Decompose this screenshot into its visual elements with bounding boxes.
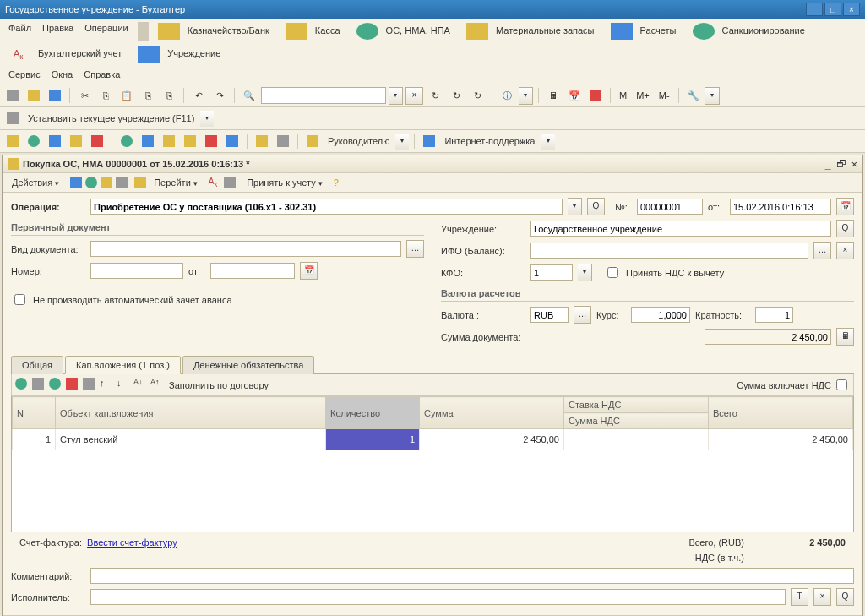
cell-object[interactable]: Стул венский <box>56 429 326 450</box>
menu-operations[interactable]: Операции <box>79 20 133 42</box>
search-input[interactable] <box>261 87 386 104</box>
menu-institution[interactable]: Учреждение <box>133 43 231 65</box>
executor-t[interactable]: T <box>791 588 808 606</box>
grid-b5[interactable] <box>83 378 98 393</box>
close-button[interactable]: × <box>843 3 860 16</box>
manager-icon[interactable] <box>303 132 322 150</box>
menu-treasury[interactable]: Казначейство/Банк <box>153 20 280 42</box>
menu-help[interactable]: Справка <box>79 67 125 82</box>
executor-clear[interactable]: × <box>813 588 831 606</box>
mminus-button[interactable]: M- <box>656 90 673 101</box>
tb3-b8[interactable] <box>160 132 178 150</box>
nds-checkbox[interactable] <box>607 267 618 278</box>
operation-input[interactable] <box>90 199 563 215</box>
cell-sum[interactable]: 2 450,00 <box>420 429 564 450</box>
menu-edit[interactable]: Правка <box>37 20 79 42</box>
info-button[interactable]: ⓘ <box>498 86 516 105</box>
search-dropdown[interactable]: ▾ <box>389 87 403 105</box>
menu-calc[interactable]: Расчеты <box>606 20 687 42</box>
date-picker[interactable]: 📅 <box>836 198 854 215</box>
manager-dd[interactable]: ▾ <box>395 134 409 150</box>
inst-input[interactable] <box>530 221 831 237</box>
num-input[interactable] <box>637 199 703 215</box>
tb3-b1[interactable] <box>3 132 22 150</box>
capital-grid[interactable]: N Объект кап.вложения Количество Сумма С… <box>11 396 854 532</box>
menu-os[interactable]: ОС, НМА, НПА <box>351 20 460 42</box>
fill-by-contract[interactable]: Заполнить по договору <box>169 380 269 390</box>
support-dd[interactable]: ▾ <box>541 134 555 150</box>
support-icon[interactable] <box>420 132 438 150</box>
menu-materials[interactable]: Материальные запасы <box>461 20 605 42</box>
col-nds-sum[interactable]: Сумма НДС <box>564 413 709 429</box>
operation-dd[interactable]: ▾ <box>568 198 582 215</box>
search-clear[interactable]: × <box>405 87 423 105</box>
save-button[interactable] <box>46 86 64 105</box>
form-button[interactable] <box>586 86 605 105</box>
doc-maximize[interactable]: 🗗 <box>836 158 846 170</box>
col-object[interactable]: Объект кап.вложения <box>56 397 326 429</box>
undo-button[interactable]: ↶ <box>189 86 208 105</box>
val-select[interactable]: … <box>574 306 591 324</box>
date-input[interactable] <box>730 199 831 215</box>
kfo-dd[interactable]: ▾ <box>578 264 592 281</box>
menu-sanction[interactable]: Санкционирование <box>688 20 815 42</box>
maximize-button[interactable]: □ <box>824 3 841 16</box>
doc-tb-ak[interactable]: Aк <box>209 177 217 188</box>
cell-qty[interactable]: 1 <box>326 429 420 450</box>
nav1-button[interactable]: ↻ <box>447 86 465 105</box>
cut-button[interactable]: ✂ <box>75 86 94 105</box>
menu-service[interactable]: Сервис <box>3 67 46 82</box>
manager-button[interactable]: Руководителю <box>324 136 393 146</box>
tab-obligations[interactable]: Денежные обязательства <box>182 356 314 374</box>
sum-includes-nds-checkbox[interactable] <box>836 379 847 390</box>
set-institution-button[interactable]: Установить текущее учреждение (F11) <box>24 113 198 123</box>
doc-tb-b1[interactable] <box>70 177 82 188</box>
menu-windows[interactable]: Окна <box>46 67 79 82</box>
col-qty[interactable]: Количество <box>326 397 420 429</box>
tb3-b9[interactable] <box>181 132 199 150</box>
doc-close[interactable]: ✕ <box>851 158 857 170</box>
doc-tb-b6[interactable] <box>224 177 236 188</box>
tools-dd[interactable]: ▾ <box>705 87 720 105</box>
grid-sort2[interactable]: A↑ <box>150 378 166 393</box>
sf-link[interactable]: Ввести счет-фактуру <box>87 537 177 548</box>
executor-open[interactable]: Q <box>836 588 854 606</box>
menu-accounting[interactable]: Ак Бухгалтерский учет <box>3 43 132 65</box>
minimize-button[interactable]: _ <box>806 3 823 16</box>
redo-button[interactable]: ↷ <box>210 86 229 105</box>
calendar-button[interactable]: 📅 <box>565 86 584 105</box>
goto-menu[interactable]: Перейти <box>150 176 202 189</box>
vid-input[interactable] <box>90 241 401 257</box>
actions-menu[interactable]: Действия <box>8 176 63 189</box>
cell-nds[interactable] <box>564 429 709 450</box>
operation-clear[interactable]: Q <box>587 198 605 215</box>
tools-button[interactable]: 🔧 <box>684 86 703 105</box>
comment-input[interactable] <box>90 568 854 584</box>
kurs-input[interactable] <box>631 307 690 323</box>
cell-n[interactable]: 1 <box>13 429 56 450</box>
kfo-input[interactable] <box>530 264 573 281</box>
krat-input[interactable] <box>755 307 793 323</box>
search-button[interactable]: 🔍 <box>240 86 258 105</box>
accept-button[interactable]: Принять к учету <box>242 176 327 189</box>
doc-minimize[interactable]: _ <box>825 158 831 170</box>
tab-capital[interactable]: Кап.вложения (1 поз.) <box>65 356 181 374</box>
tb3-b3[interactable] <box>46 132 64 150</box>
tb3-b7[interactable] <box>139 132 157 150</box>
vid-select[interactable]: … <box>406 240 424 258</box>
executor-input[interactable] <box>90 589 786 605</box>
copy-button[interactable]: ⎘ <box>96 86 115 105</box>
info-dd[interactable]: ▾ <box>519 87 533 105</box>
grid-sort1[interactable]: A↓ <box>133 378 149 393</box>
tb3-b11[interactable] <box>223 132 242 150</box>
open-button[interactable] <box>24 86 43 105</box>
grid-add[interactable] <box>15 378 30 393</box>
inst-select[interactable]: Q <box>836 220 854 237</box>
grid-del[interactable] <box>66 378 81 393</box>
calc-button[interactable]: 🖩 <box>544 86 563 105</box>
refresh-button[interactable]: ↻ <box>426 86 444 105</box>
set-inst-dd[interactable]: ▾ <box>200 111 214 127</box>
doc-tb-b2[interactable] <box>85 177 97 188</box>
tb3-b2[interactable] <box>24 132 43 150</box>
doc-tb-b3[interactable] <box>101 177 112 188</box>
